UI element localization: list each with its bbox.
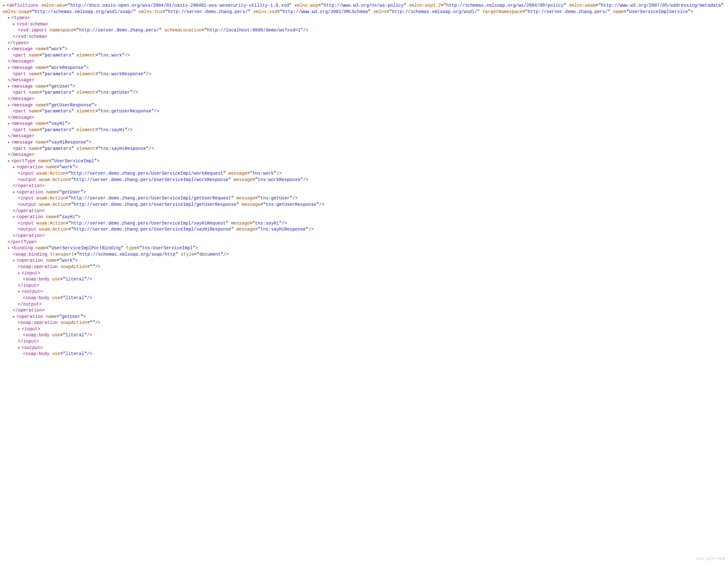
xml-element-part: <part name="parameters" element="tns:get…: [3, 108, 725, 115]
collapse-arrow-icon[interactable]: ▼: [13, 215, 17, 220]
xml-close-output: </output>: [3, 302, 725, 308]
xml-element-xsd-schema: ▼<xsd:schema>: [3, 21, 725, 28]
xml-element-soap-body: <soap:body use="literal"/>: [3, 332, 725, 339]
xml-close-message: </message>: [3, 96, 725, 102]
xml-element-types: ▼<types>: [3, 15, 725, 21]
xml-tree-root: ▼<definitions xmlns:wsu="http://docs.oas…: [3, 3, 725, 357]
xml-element-input: ▼<input>: [3, 270, 725, 276]
xml-close-message: </message>: [3, 77, 725, 83]
collapse-arrow-icon[interactable]: ▼: [8, 85, 11, 89]
collapse-arrow-icon[interactable]: ▼: [3, 4, 6, 8]
xml-element-definitions: ▼<definitions xmlns:wsu="http://docs.oas…: [3, 3, 725, 15]
xml-element-output: ▼<output>: [3, 345, 725, 351]
xml-close-input: </input>: [3, 283, 725, 289]
xml-element-input: <input wsam:Action="http://server.demo.z…: [3, 220, 725, 227]
collapse-arrow-icon[interactable]: ▼: [18, 290, 22, 295]
xml-close-operation: </operation>: [3, 208, 725, 214]
xml-element-message: ▼<message name="work">: [3, 46, 725, 52]
xml-element-message: ▼<message name="getUser">: [3, 83, 725, 90]
xml-close-types: </types>: [3, 40, 725, 46]
xml-close-porttype: </portType>: [3, 239, 725, 245]
xml-element-xsd-import: <xsd:import namespace="http://server.dem…: [3, 27, 725, 34]
collapse-arrow-icon[interactable]: ▼: [13, 190, 17, 195]
xml-element-soap-body: <soap:body use="literal"/>: [3, 295, 725, 302]
collapse-arrow-icon[interactable]: ▼: [8, 47, 11, 52]
xml-close-message: </message>: [3, 152, 725, 158]
xml-element-input: <input wsam:Action="http://server.demo.z…: [3, 195, 725, 202]
xml-element-operation: ▼<operation name="sayHi">: [3, 214, 725, 220]
collapse-arrow-icon[interactable]: ▼: [18, 346, 22, 351]
collapse-arrow-icon[interactable]: ▼: [13, 165, 17, 170]
xml-element-input: ▼<input>: [3, 326, 725, 333]
xml-close-input: </input>: [3, 339, 725, 345]
xml-element-input: <input wsam:Action="http://server.demo.z…: [3, 170, 725, 177]
xml-element-message: ▼<message name="getUserResponse">: [3, 102, 725, 109]
xml-element-output: <output wsam:Action="http://server.demo.…: [3, 226, 725, 233]
xml-element-part: <part name="parameters" element="tns:say…: [3, 127, 725, 133]
collapse-arrow-icon[interactable]: ▼: [8, 141, 11, 145]
xml-element-soap-body: <soap:body use="literal"/>: [3, 351, 725, 357]
collapse-arrow-icon[interactable]: ▼: [13, 23, 17, 27]
xml-element-part: <part name="parameters" element="tns:wor…: [3, 71, 725, 77]
xml-element-output: ▼<output>: [3, 289, 725, 295]
xml-element-message: ▼<message name="workResponse">: [3, 65, 725, 71]
xml-close-operation: </operation>: [3, 233, 725, 239]
xml-element-soap-body: <soap:body use="literal"/>: [3, 276, 725, 283]
collapse-arrow-icon[interactable]: ▼: [8, 159, 11, 164]
xml-element-operation: ▼<operation name="getUser">: [3, 189, 725, 196]
xml-close-message: </message>: [3, 133, 725, 139]
xml-element-operation: ▼<operation name="work">: [3, 257, 725, 264]
xml-element-operation: ▼<operation name="work">: [3, 164, 725, 170]
xml-element-part: <part name="parameters" element="tns:get…: [3, 90, 725, 96]
xml-element-output: <output wsam:Action="http://server.demo.…: [3, 202, 725, 208]
xml-close-message: </message>: [3, 58, 725, 65]
collapse-arrow-icon[interactable]: ▼: [13, 315, 17, 320]
xml-close-operation: </operation>: [3, 183, 725, 189]
xml-element-soap-operation: <soap:operation soapAction=""/>: [3, 320, 725, 326]
collapse-arrow-icon[interactable]: ▼: [13, 259, 17, 263]
collapse-arrow-icon[interactable]: ▼: [8, 66, 11, 70]
collapse-arrow-icon[interactable]: ▼: [8, 246, 11, 251]
xml-element-soap-binding: <soap:binding transport="http://schemas.…: [3, 251, 725, 258]
xml-element-soap-operation: <soap:operation soapAction=""/>: [3, 264, 725, 270]
xml-element-message: ▼<message name="sayHi">: [3, 121, 725, 127]
xml-element-porttype: ▼<portType name="UserServiceImpl">: [3, 158, 725, 164]
xml-element-binding: ▼<binding name="UserServiceImplPortBindi…: [3, 245, 725, 251]
collapse-arrow-icon[interactable]: ▼: [8, 122, 11, 126]
collapse-arrow-icon[interactable]: ▼: [18, 328, 22, 332]
collapse-arrow-icon[interactable]: ▼: [18, 271, 22, 276]
xml-element-part: <part name="parameters" element="tns:say…: [3, 146, 725, 152]
xml-close-xsd-schema: </xsd:schema>: [3, 34, 725, 40]
xml-element-message: ▼<message name="sayHiResponse">: [3, 139, 725, 146]
xml-close-message: </message>: [3, 115, 725, 121]
collapse-arrow-icon[interactable]: ▼: [8, 103, 11, 108]
collapse-arrow-icon[interactable]: ▼: [8, 16, 11, 21]
xml-element-operation: ▼<operation name="getUser">: [3, 314, 725, 320]
xml-element-output: <output wsam:Action="http://server.demo.…: [3, 177, 725, 183]
xml-close-operation: </operation>: [3, 308, 725, 314]
xml-element-part: <part name="parameters" element="tns:wor…: [3, 52, 725, 59]
